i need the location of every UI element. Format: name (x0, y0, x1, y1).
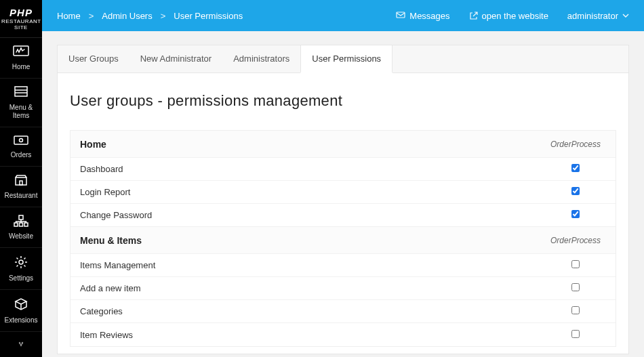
topbar: Home > Admin Users > User Permissions Me… (42, 0, 644, 31)
message-icon (396, 12, 405, 20)
home-icon (12, 45, 30, 60)
brand-line1: PHP (1, 7, 41, 18)
breadcrumb: Home > Admin Users > User Permissions (57, 11, 243, 21)
permission-label: Items Management (80, 260, 545, 270)
brand-line2: RESTAURANT SITE (1, 18, 41, 30)
permission-row: Login Report (71, 181, 616, 204)
svg-rect-1 (15, 87, 27, 96)
permission-row: Add a new item (71, 277, 616, 300)
tab-administrators[interactable]: Administrators (222, 45, 300, 72)
main-card: User Groups New Administrator Administra… (57, 45, 629, 354)
sidebar-item-extensions[interactable]: Extensions (0, 290, 42, 332)
svg-rect-16 (397, 12, 405, 18)
permission-label: Change Password (80, 210, 545, 220)
permission-row: Categories (71, 300, 616, 323)
section-header-home: Home OrderProcess (71, 131, 616, 158)
permission-checkbox-login-report[interactable] (571, 187, 580, 195)
svg-rect-4 (14, 136, 28, 144)
svg-rect-11 (24, 223, 28, 226)
permission-checkbox-dashboard[interactable] (571, 164, 580, 172)
permission-row: Dashboard (71, 158, 616, 181)
breadcrumb-home[interactable]: Home (57, 11, 81, 21)
svg-rect-8 (19, 215, 23, 219)
permission-checkbox-categories[interactable] (571, 306, 580, 314)
tab-new-administrator[interactable]: New Administrator (129, 45, 222, 72)
sidebar-item-home[interactable]: Home (0, 38, 42, 79)
breadcrumb-sep: > (89, 11, 94, 21)
section-header-menu-items: Menu & Items OrderProcess (71, 227, 616, 254)
permission-label: Dashboard (80, 164, 545, 174)
group-label: OrderProcess (545, 140, 606, 149)
svg-point-13 (19, 342, 20, 343)
svg-rect-7 (20, 181, 22, 185)
user-menu[interactable]: administrator (567, 11, 629, 21)
svg-point-5 (20, 139, 23, 142)
chevron-down-icon (622, 14, 629, 18)
breadcrumb-user-permissions[interactable]: User Permissions (174, 11, 243, 21)
svg-rect-9 (14, 223, 18, 226)
sidebar-item-restaurant[interactable]: Restaurant (0, 167, 42, 207)
svg-point-15 (20, 345, 22, 346)
breadcrumb-admin-users[interactable]: Admin Users (102, 11, 152, 21)
permission-row: Change Password (71, 204, 616, 227)
sidebar-item-label: Extensions (5, 316, 38, 324)
restaurant-icon (14, 173, 28, 189)
permission-checkbox-add-new-item[interactable] (571, 283, 580, 291)
messages-link[interactable]: Messages (396, 11, 449, 21)
permission-checkbox-change-password[interactable] (571, 210, 580, 218)
sidebar-item-more[interactable] (0, 332, 42, 357)
sidebar-item-label: Orders (11, 151, 32, 159)
permission-row: Items Management (71, 254, 616, 277)
svg-rect-10 (20, 223, 23, 226)
breadcrumb-sep: > (161, 11, 166, 21)
permission-checkbox-item-reviews[interactable] (571, 330, 580, 338)
tabs: User Groups New Administrator Administra… (58, 45, 628, 73)
branch-icon (14, 339, 28, 349)
permission-label: Item Reviews (80, 330, 545, 340)
orders-icon (13, 134, 29, 148)
permission-checkbox-items-management[interactable] (571, 260, 580, 268)
permission-label: Login Report (80, 187, 545, 197)
permission-row: Item Reviews (71, 323, 616, 346)
website-icon (13, 214, 29, 230)
sidebar: PHP RESTAURANT SITE Home Menu & Items (0, 0, 42, 357)
tab-user-groups[interactable]: User Groups (58, 45, 129, 72)
sidebar-item-settings[interactable]: Settings (0, 248, 42, 290)
page-title: User groups - permissions management (70, 92, 616, 110)
sidebar-item-website[interactable]: Website (0, 207, 42, 248)
gear-icon (14, 255, 28, 272)
svg-point-12 (19, 260, 23, 264)
permissions-table: Home OrderProcess Dashboard Login Report (70, 130, 616, 347)
sidebar-item-label: Menu & Items (1, 104, 41, 120)
sidebar-item-label: Restaurant (5, 192, 38, 200)
sidebar-item-label: Settings (9, 274, 33, 282)
box-icon (14, 297, 28, 314)
permission-label: Categories (80, 306, 545, 316)
menu-items-icon (14, 85, 28, 101)
sidebar-item-menu-items[interactable]: Menu & Items (0, 79, 42, 127)
brand-logo[interactable]: PHP RESTAURANT SITE (0, 0, 42, 38)
open-website-link[interactable]: open the website (469, 11, 548, 21)
svg-point-14 (22, 342, 23, 343)
permission-label: Add a new item (80, 283, 545, 293)
group-label: OrderProcess (545, 236, 606, 245)
sidebar-item-orders[interactable]: Orders (0, 127, 42, 167)
external-link-icon (469, 12, 478, 20)
sidebar-item-label: Website (9, 232, 33, 240)
sidebar-item-label: Home (12, 63, 31, 71)
tab-user-permissions[interactable]: User Permissions (300, 45, 393, 73)
